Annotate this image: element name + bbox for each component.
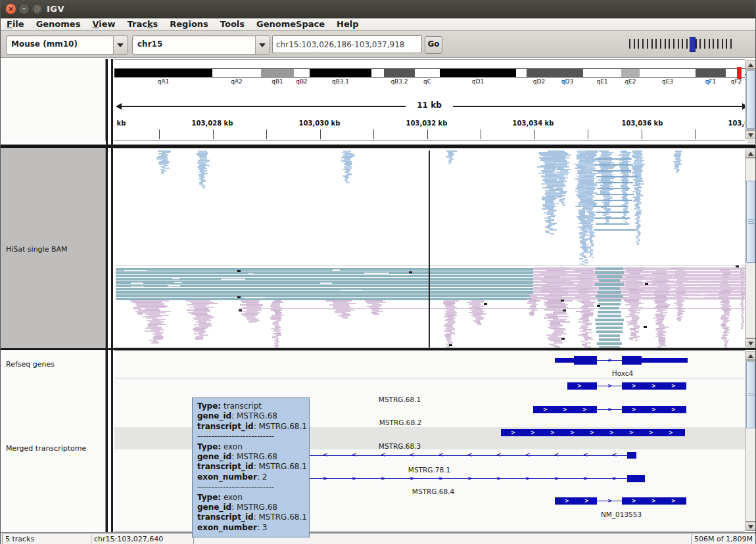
spliced-read-line	[597, 188, 630, 189]
scroll-up-button[interactable]	[745, 60, 756, 69]
panel-resize-grip[interactable]	[747, 141, 755, 143]
strand-arrow-icon: <	[496, 452, 502, 458]
strand-arrow-icon: >	[632, 499, 636, 504]
go-button[interactable]: Go	[425, 36, 442, 54]
strand-arrow-icon: <	[381, 452, 386, 458]
spliced-read-line	[596, 194, 634, 195]
gene-exon[interactable]	[627, 452, 636, 459]
cytoband-qF1[interactable]	[696, 69, 726, 77]
chevron-down-icon	[117, 43, 124, 47]
scroll-up-button[interactable]	[745, 351, 756, 360]
cytoband-qE3[interactable]	[640, 69, 696, 77]
track-name[interactable]: Merged transcriptome	[6, 444, 86, 453]
gene-exon[interactable]	[574, 356, 597, 365]
genome-select[interactable]: Mouse (mm10)	[6, 35, 128, 55]
alignment-name-panel[interactable]: HiSat single BAM	[1, 148, 106, 348]
mismatch-mark	[449, 344, 452, 346]
chromosome-select[interactable]: chr15	[132, 35, 270, 55]
scrollbar-thumb[interactable]	[746, 70, 755, 129]
cytoband-gap[interactable]	[371, 69, 384, 77]
menu-regions[interactable]: Regions	[164, 18, 214, 29]
zoom-tick	[673, 39, 674, 49]
grip-icon	[748, 221, 754, 222]
strand-arrow-icon: >	[669, 430, 673, 436]
menu-view[interactable]: View	[86, 18, 121, 29]
cytoband-qB1[interactable]	[261, 69, 294, 77]
feature-tooltip: Type: transcriptgene_id: MSTRG.68transcr…	[192, 397, 310, 537]
scroll-down-button[interactable]	[745, 522, 756, 531]
ruler-tick	[588, 129, 588, 139]
gene-utr[interactable]	[642, 358, 688, 363]
window-maximize-button[interactable]: ◻	[32, 3, 43, 14]
teal-read-band	[598, 311, 621, 313]
genome-select-value: Mouse (mm10)	[11, 39, 78, 49]
cytoband-qD3[interactable]	[552, 69, 583, 77]
ruler-tick-label: 103,036 kb	[622, 120, 663, 127]
menu-genomes[interactable]: Genomes	[30, 18, 87, 29]
scrollbar-thumb[interactable]	[746, 181, 755, 263]
menu-file[interactable]: File	[1, 18, 30, 29]
scroll-down-button[interactable]	[745, 338, 756, 348]
scroll-up-button[interactable]	[745, 148, 756, 158]
band-gap	[174, 282, 182, 283]
spliced-read-line	[596, 212, 629, 213]
strand-arrow-icon: <	[554, 452, 559, 458]
ruler-tick	[266, 129, 267, 139]
zoom-slider-thumb[interactable]	[690, 37, 696, 52]
panel-divider-line[interactable]	[106, 59, 108, 532]
ruler-tick	[695, 129, 696, 139]
tooltip-line: Type: exon	[197, 442, 309, 452]
menu-tracks[interactable]: Tracks	[122, 18, 164, 29]
cytoband-qB3.1[interactable]	[310, 69, 371, 77]
strand-arrow-icon: >	[632, 407, 636, 413]
teal-read-band	[599, 287, 620, 290]
band-gap	[172, 278, 179, 279]
genome-select-arrow[interactable]	[113, 36, 128, 54]
scrollbar-thumb[interactable]	[746, 361, 755, 428]
gene-label: MSTRG.68.2	[379, 419, 421, 426]
chromosome-select-arrow[interactable]	[255, 36, 270, 54]
chromosome-ideogram[interactable]	[114, 68, 745, 78]
track-name[interactable]: Refseq genes	[6, 360, 55, 369]
gene-exon[interactable]	[622, 356, 642, 365]
track-name[interactable]: HiSat single BAM	[6, 245, 67, 254]
band-gap	[333, 269, 340, 271]
cytoband-qF2[interactable]	[726, 69, 745, 77]
mismatch-mark	[561, 300, 564, 302]
teal-read-band	[596, 267, 623, 270]
panel-divider-line[interactable]	[111, 59, 113, 532]
gene-exon[interactable]	[567, 382, 597, 390]
spliced-read-line	[594, 164, 633, 166]
gene-exon[interactable]	[555, 497, 597, 505]
span-label: 11 kb	[417, 101, 441, 110]
cytoband-qB2[interactable]	[294, 69, 310, 77]
alignment-panel[interactable]	[114, 148, 745, 348]
menu-genomespace[interactable]: GenomeSpace	[250, 18, 331, 29]
gene-exon[interactable]	[627, 475, 645, 482]
cytoband-gap[interactable]	[516, 69, 527, 77]
window-close-button[interactable]: ×	[5, 3, 16, 14]
scroll-down-button[interactable]	[745, 130, 756, 139]
track-divider	[114, 378, 745, 378]
cytoband-qA2[interactable]	[212, 69, 261, 77]
tooltip-line: gene_id: MSTRG.68	[197, 452, 309, 462]
ruler-panel[interactable]: qA1qA2qB1qB2qB3.1qB3.2qCqD1qD2qD3qE1qE2q…	[114, 59, 745, 141]
locus-input[interactable]	[272, 35, 422, 53]
cytoband-qA1[interactable]	[114, 69, 212, 77]
cytoband-qD1[interactable]	[440, 69, 516, 77]
cytoband-qE2[interactable]	[621, 69, 640, 77]
strand-arrow-icon: >	[381, 476, 386, 482]
menu-bar: FileGenomesViewTracksRegionsToolsGenomeS…	[1, 18, 755, 31]
menu-tools[interactable]: Tools	[214, 18, 250, 29]
mismatch-mark	[645, 283, 648, 285]
menu-help[interactable]: Help	[331, 18, 364, 29]
cytoband-qE1[interactable]	[583, 69, 621, 77]
mismatch-mark	[237, 296, 241, 298]
cytoband-qB3.2[interactable]	[384, 69, 415, 77]
teal-read-band	[596, 327, 623, 329]
window-minimize-button[interactable]: –	[18, 3, 30, 14]
gene-utr[interactable]	[555, 358, 574, 363]
cytoband-qC[interactable]	[415, 69, 440, 77]
band-gap	[168, 285, 180, 286]
cytoband-qD2[interactable]	[527, 69, 552, 77]
